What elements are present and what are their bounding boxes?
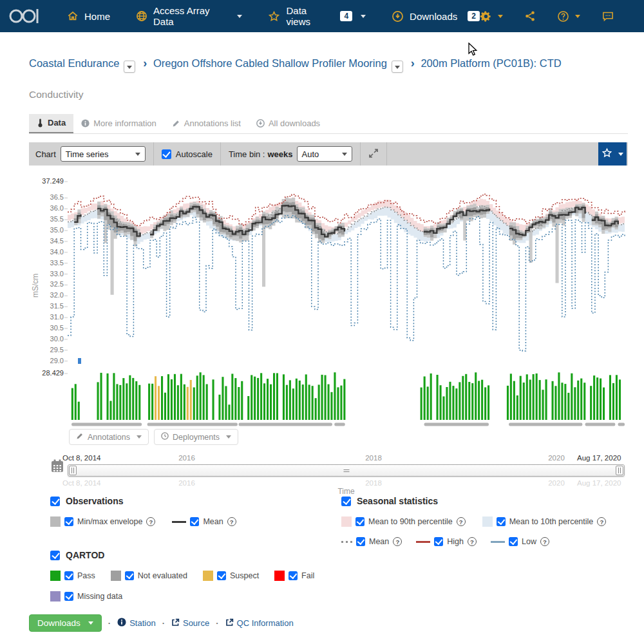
time-range-slider[interactable]	[68, 464, 625, 477]
timeseries-plot[interactable]	[64, 174, 628, 428]
mean-label: Mean	[203, 517, 223, 526]
share-button[interactable]	[524, 10, 536, 22]
info-icon	[81, 119, 90, 128]
slider-handle-middle[interactable]	[343, 469, 349, 472]
seasonal-mean-label: Mean	[369, 537, 389, 546]
save-data-view-button[interactable]	[598, 142, 627, 166]
footer-separator: ·	[108, 618, 111, 628]
slider-handle-left[interactable]	[69, 466, 77, 475]
tab-more-information[interactable]: More information	[73, 114, 164, 133]
qartod-fail-checkbox[interactable]	[289, 571, 298, 580]
seasonal-high-checkbox[interactable]	[434, 537, 443, 546]
slider-start-label-ghost: Oct 8, 2014	[62, 479, 100, 487]
p10-label: Mean to 10th percentile	[509, 517, 594, 526]
chevron-down-icon	[575, 15, 580, 18]
help-icon[interactable]	[597, 517, 606, 526]
help-icon[interactable]	[393, 537, 402, 546]
legend-qartod: QARTOD Pass Not evaluated Suspect Fai	[50, 550, 314, 601]
breadcrumb-instrument[interactable]: 200m Platform (PC01B): CTD	[421, 57, 561, 69]
nav-downloads[interactable]: Downloads 2	[392, 10, 480, 23]
tab-all-downloads[interactable]: All downloads	[249, 114, 328, 133]
slider-handle-right[interactable]	[616, 466, 623, 475]
observations-checkbox[interactable]	[50, 497, 60, 506]
help-icon[interactable]	[540, 537, 549, 546]
mean-checkbox[interactable]	[190, 517, 199, 526]
qartod-missing-checkbox[interactable]	[64, 592, 73, 601]
help-icon	[557, 10, 569, 23]
external-link-icon	[171, 618, 180, 629]
deployments-dropdown-button[interactable]: Deployments	[154, 429, 238, 445]
help-icon[interactable]	[457, 517, 466, 526]
pencil-icon	[172, 119, 180, 128]
tab-annotations-list[interactable]: Annotations list	[164, 114, 249, 133]
breadcrumb-separator: ›	[143, 57, 147, 70]
seasonal-high-swatch	[416, 541, 430, 543]
tab-bar: Data More information Annotations list A…	[29, 114, 628, 134]
chevron-down-icon	[135, 153, 140, 156]
slider-year-tick: 2020	[548, 454, 565, 462]
breadcrumb: Coastal Endurance› Oregon Offshore Cable…	[29, 54, 612, 73]
nav-home[interactable]: Home	[67, 10, 110, 22]
y-axis-tick: 34.5	[50, 237, 64, 245]
time-bin-value: Auto	[302, 149, 319, 159]
nav-data-views-label: Data views	[286, 5, 330, 27]
source-link-label: Source	[183, 618, 209, 628]
annotations-dropdown-button[interactable]: Annotations	[69, 429, 149, 445]
calendar-button[interactable]	[51, 459, 64, 475]
y-axis-tick: 29.0	[50, 357, 64, 365]
seasonal-high-label: High	[447, 537, 464, 546]
qartod-suspect-checkbox[interactable]	[217, 571, 226, 580]
y-axis-tick: 35.5	[50, 215, 64, 223]
p90-swatch	[341, 516, 352, 527]
chart-type-select[interactable]: Time series	[61, 146, 146, 162]
downloads-button[interactable]: Downloads	[29, 614, 102, 632]
breadcrumb-site[interactable]: Oregon Offshore Cabled Shallow Profiler …	[153, 57, 387, 69]
chevron-down-icon	[237, 15, 242, 18]
info-icon	[117, 618, 126, 629]
chevron-down-icon	[618, 153, 623, 156]
help-icon[interactable]	[227, 517, 236, 526]
chat-bubble-icon	[601, 10, 614, 23]
fullscreen-button[interactable]	[368, 148, 379, 160]
qartod-not-evaluated-checkbox[interactable]	[125, 571, 134, 580]
p90-checkbox[interactable]	[355, 517, 365, 526]
help-icon[interactable]	[146, 517, 155, 526]
top-navbar: Home Access Array Data Data views 4	[0, 0, 644, 32]
chevron-down-icon	[137, 435, 142, 439]
station-link[interactable]: Station	[117, 618, 155, 629]
minmax-envelope-checkbox[interactable]	[64, 517, 73, 526]
breadcrumb-array-dropdown[interactable]	[124, 61, 135, 73]
chart-type-value: Time series	[66, 149, 109, 159]
qc-information-link[interactable]: QC Information	[225, 618, 294, 629]
nav-right-group	[480, 10, 614, 23]
seasonal-statistics-checkbox[interactable]	[341, 497, 351, 506]
y-axis-tick: 36.0	[50, 204, 64, 212]
y-axis-tick: 32.0	[50, 291, 64, 299]
qartod-checkbox[interactable]	[50, 551, 60, 560]
breadcrumb-site-dropdown[interactable]	[392, 61, 403, 73]
settings-menu-button[interactable]	[480, 10, 503, 23]
grip-icon	[618, 468, 621, 473]
qartod-title: QARTOD	[66, 550, 104, 560]
help-icon[interactable]	[468, 537, 477, 546]
footer-separator: ·	[216, 618, 218, 628]
autoscale-checkbox[interactable]	[162, 149, 171, 159]
nav-data-views[interactable]: Data views 4	[268, 5, 366, 27]
time-bin-select[interactable]: Auto	[297, 146, 352, 162]
seasonal-mean-checkbox[interactable]	[356, 537, 365, 546]
legend-observations: Observations Min/max envelope Mean	[50, 496, 236, 527]
annotation-marker[interactable]	[78, 358, 81, 364]
seasonal-low-checkbox[interactable]	[509, 537, 518, 546]
chevron-down-icon	[395, 66, 400, 69]
feedback-button[interactable]	[601, 10, 614, 23]
toolbar-divider	[360, 142, 361, 166]
nav-access-array-data[interactable]: Access Array Data	[136, 5, 242, 27]
help-menu-button[interactable]	[557, 10, 580, 23]
chevron-down-icon	[88, 621, 93, 625]
seasonal-statistics-title: Seasonal statistics	[357, 496, 438, 506]
minmax-envelope-swatch	[50, 516, 61, 527]
y-axis-tick: 37.249	[42, 177, 64, 185]
p10-checkbox[interactable]	[497, 517, 506, 526]
qartod-pass-checkbox[interactable]	[64, 571, 73, 580]
source-link[interactable]: Source	[171, 618, 209, 629]
